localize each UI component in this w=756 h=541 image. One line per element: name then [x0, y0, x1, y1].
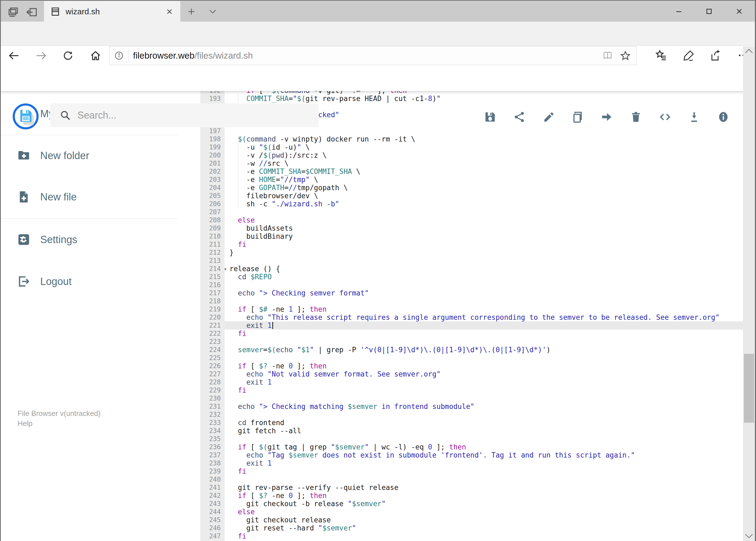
code-text[interactable]: COMMIT_SHA="$(git rev-parse HEAD | cut -…	[225, 95, 743, 103]
sidebar-item-logout[interactable]: Logout	[1, 270, 190, 292]
code-text[interactable]: semver=$(echo "$1" | grep -P '^v(0|[1-9]…	[225, 346, 743, 354]
tab-dropdown-icon[interactable]	[208, 9, 217, 15]
code-text[interactable]: release () {	[225, 265, 743, 273]
scroll-down-icon[interactable]	[745, 533, 753, 539]
code-text[interactable]: -e GOPATH=//tmp/gopath \	[225, 184, 743, 192]
code-text[interactable]: $(command -v winpty) docker run --rm -it…	[225, 135, 743, 143]
code-text[interactable]: git reset --hard "$semver"	[225, 524, 743, 532]
code-text[interactable]	[225, 281, 743, 289]
tab-close-icon[interactable]	[165, 7, 174, 16]
ink-pen-icon[interactable]	[682, 49, 695, 62]
code-text[interactable]: fi	[225, 329, 743, 337]
help-link[interactable]: Help	[18, 419, 101, 429]
code-text[interactable]: exit 1	[225, 378, 743, 386]
code-text[interactable]: fi	[225, 467, 743, 475]
code-text[interactable]: buildAssets	[225, 224, 743, 232]
code-text[interactable]: echo "> Checking matching $semver in fro…	[225, 402, 743, 410]
share-icon[interactable]	[709, 49, 722, 62]
forward-icon[interactable]	[35, 50, 47, 62]
code-text[interactable]: fi	[225, 241, 743, 249]
code-text[interactable]: if [ $(git tag | grep "$semver" | wc -l)…	[225, 443, 743, 451]
favorite-star-icon[interactable]	[620, 50, 631, 61]
code-text[interactable]: -w //src \	[225, 159, 743, 168]
code-text[interactable]: git checkout -b release "$semver"	[225, 500, 743, 508]
code-text[interactable]	[225, 257, 743, 265]
code-text[interactable]: if [ $# -ne 1 ]; then	[225, 305, 743, 313]
download-icon[interactable]	[688, 111, 700, 123]
copy-icon[interactable]	[571, 111, 584, 123]
code-text[interactable]: if [ $? -ne 0 ]; then	[225, 492, 743, 500]
code-text[interactable]	[225, 354, 743, 362]
rename-icon[interactable]	[542, 111, 555, 123]
url-text: filebrowser.web/files/wizard.sh	[133, 51, 253, 61]
info-icon[interactable]	[114, 51, 124, 61]
info-icon[interactable]	[717, 111, 730, 123]
code-text[interactable]	[225, 127, 743, 135]
code-text[interactable]	[225, 337, 743, 346]
refresh-icon[interactable]	[62, 50, 74, 62]
code-text[interactable]: else	[225, 508, 743, 516]
address-bar[interactable]: filebrowser.web/files/wizard.sh	[109, 46, 636, 65]
indent-guide	[238, 168, 238, 176]
sidebar-item-new-folder[interactable]: New folder	[1, 145, 190, 166]
code-text[interactable]: exit 1	[225, 321, 743, 329]
code-text[interactable]: sh -c "./wizard.sh -b"	[225, 200, 743, 208]
hub-favorites-icon[interactable]	[655, 49, 667, 62]
search-box[interactable]	[50, 104, 319, 127]
set-tabs-aside-icon[interactable]	[26, 6, 38, 18]
search-input[interactable]	[78, 110, 319, 121]
code-text[interactable]: filebrowser/dev \	[225, 192, 743, 200]
code-text[interactable]: echo "Tag $semver does not exist in subm…	[225, 451, 743, 459]
code-text[interactable]	[225, 435, 743, 443]
share-icon[interactable]	[513, 111, 526, 123]
browser-tab[interactable]: wizard.sh	[44, 1, 180, 22]
code-text[interactable]: exit 1	[225, 459, 743, 467]
code-text[interactable]: fi	[225, 386, 743, 394]
maximize-icon[interactable]	[694, 1, 724, 22]
code-text[interactable]: echo "> Checking semver format"	[225, 289, 743, 297]
code-text[interactable]: -u "$(id -u)" \	[225, 143, 743, 151]
code-text[interactable]: -v /$(pwd):/src:z \	[225, 151, 743, 159]
code-text[interactable]	[225, 410, 743, 419]
tab-preview-icon[interactable]	[7, 6, 19, 18]
sidebar-item-settings[interactable]: Settings	[1, 229, 190, 251]
back-icon[interactable]	[8, 50, 20, 62]
file-browser-logo[interactable]	[12, 103, 39, 130]
sidebar-item-new-file[interactable]: New file	[1, 186, 190, 208]
code-text[interactable]	[225, 394, 743, 402]
fold-arrow-icon[interactable]: ▾	[224, 265, 227, 273]
code-text[interactable]: cd $REPO	[225, 273, 743, 281]
code-text[interactable]: echo "This release script requires a sin…	[225, 313, 743, 321]
code-text[interactable]: if [ "$(command -v git)" != "" ]; then	[225, 91, 743, 95]
code-text[interactable]: git fetch --all	[225, 427, 743, 435]
code-text[interactable]: }	[225, 249, 743, 257]
close-icon[interactable]	[724, 1, 754, 22]
home-icon[interactable]	[90, 50, 102, 62]
code-text[interactable]	[225, 297, 743, 305]
sidebar: My files New folder New file Settings Lo…	[1, 91, 200, 541]
code-text[interactable]: -e COMMIT_SHA=$COMMIT_SHA \	[225, 168, 743, 176]
scroll-up-icon[interactable]	[745, 49, 753, 54]
code-text[interactable]	[225, 208, 743, 216]
code-text[interactable]: fi	[225, 532, 743, 540]
code-editor[interactable]: 192 if [ "$(command -v git)" != "" ]; th…	[200, 91, 743, 541]
line-number: 230	[200, 394, 225, 402]
code-text[interactable]: echo "Not valid semver format. See semve…	[225, 370, 743, 378]
code-text[interactable]: -e HOME="//tmp" \	[225, 176, 743, 184]
code-text[interactable]: git rev-parse --verify --quiet release	[225, 483, 743, 492]
code-text[interactable]: cd frontend	[225, 419, 743, 427]
minimize-icon[interactable]	[664, 1, 694, 22]
source-code-icon[interactable]	[659, 111, 671, 123]
reading-view-icon[interactable]	[602, 50, 613, 61]
code-text[interactable]: git checkout release	[225, 516, 743, 524]
delete-icon[interactable]	[630, 111, 642, 123]
new-tab-icon[interactable]	[187, 7, 196, 16]
code-text[interactable]	[225, 475, 743, 483]
code-text[interactable]: else	[225, 216, 743, 224]
code-text[interactable]: if [ $? -ne 0 ]; then	[225, 362, 743, 370]
save-icon[interactable]	[484, 111, 496, 123]
vertical-scrollbar[interactable]	[743, 46, 755, 541]
move-icon[interactable]	[601, 111, 613, 123]
scrollbar-thumb[interactable]	[744, 354, 754, 423]
code-text[interactable]: buildBinary	[225, 232, 743, 241]
